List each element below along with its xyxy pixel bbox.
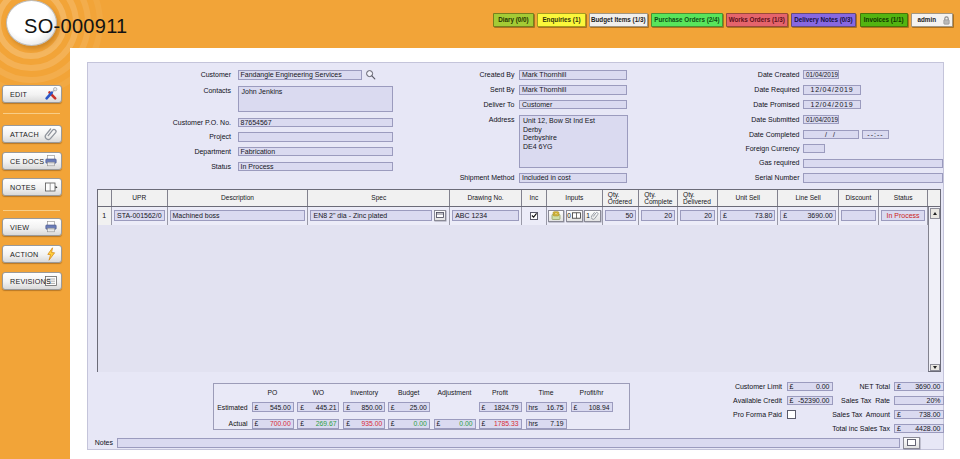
sent-by-field[interactable]: Mark Thornhill (519, 85, 627, 95)
notes-button-label: NOTES (10, 182, 36, 191)
serial-number-field[interactable] (803, 173, 943, 183)
currency-symbol: £ (255, 404, 259, 411)
created-by-field[interactable]: Mark Thornhill (519, 70, 627, 80)
book-icon (572, 212, 581, 219)
item-status-field[interactable]: In Process (881, 210, 925, 221)
nav-enquiries-button[interactable]: Enquiries (1) (537, 13, 586, 27)
total-inc-sales-tax-field[interactable]: £4428.00 (894, 424, 944, 434)
created-by-label: Created By (418, 70, 515, 80)
item-row[interactable]: 1 STA-001562/0 Machined boss EN8 2" dia … (98, 207, 929, 225)
ce-docs-button[interactable]: CE DOCS (2, 152, 62, 170)
notes-expand-button[interactable] (903, 437, 920, 449)
inputs-book-button[interactable]: 0 (566, 210, 583, 223)
edit-button[interactable]: EDIT (2, 85, 62, 103)
item-upr-field[interactable]: STA-001562/0 (114, 210, 165, 221)
time-unit-label: hrs (529, 404, 538, 411)
spec-detail-button[interactable] (434, 210, 446, 221)
view-button[interactable]: VIEW (2, 218, 62, 236)
actual-inventory-field: £935.00 (343, 419, 385, 429)
estimated-budget-value: 25.00 (410, 404, 427, 411)
attach-button[interactable]: ATTACH (2, 125, 62, 143)
date-required-field[interactable]: 12/04/2019 (803, 85, 861, 95)
nav-purchase-orders-button[interactable]: Purchase Orders (2/4) (651, 13, 723, 27)
serial-number-label: Serial Number (688, 173, 800, 183)
currency-symbol: £ (482, 404, 486, 411)
net-total-field[interactable]: £3690.00 (894, 382, 944, 392)
scroll-down-button[interactable] (930, 364, 940, 371)
col-qty-complete-line1: Qty. (644, 191, 656, 198)
notes-field[interactable] (117, 438, 900, 448)
item-drawing-value: ABC 1234 (455, 212, 487, 219)
shipment-method-field[interactable]: Included in cost (519, 173, 627, 183)
inputs-attachments-button[interactable]: 1 (584, 210, 601, 223)
items-vertical-scrollbar[interactable] (928, 207, 940, 371)
customer-po-field[interactable]: 87654567 (238, 118, 393, 128)
item-drawing-field[interactable]: ABC 1234 (452, 210, 519, 221)
address-field[interactable]: Unit 12, Bow St Ind Est Derby Derbyshire… (519, 115, 628, 169)
department-field[interactable]: Fabrication (238, 147, 393, 156)
item-unit-sell-value: 73.80 (755, 212, 773, 219)
col-upr: UPR (112, 190, 168, 206)
deliver-to-field[interactable]: Customer (519, 100, 627, 110)
customer-field[interactable]: Fandangle Engineering Services (238, 70, 362, 80)
currency-symbol: £ (391, 420, 395, 427)
currency-symbol: £ (255, 420, 259, 427)
item-qty-ordered-field[interactable]: 50 (605, 210, 636, 221)
date-promised-value: 12/04/2019 (810, 101, 853, 108)
sales-tax-amount-field[interactable]: £738.00 (894, 410, 944, 420)
customer-value: Fandangle Engineering Services (241, 71, 342, 78)
col-qty-delivered-text: Qty.Delivered (683, 191, 711, 206)
inputs-clip-count: 1 (586, 212, 590, 219)
project-field[interactable] (238, 132, 393, 142)
admin-user-button[interactable]: admin (911, 13, 953, 27)
date-completed-field[interactable]: / / (803, 130, 859, 139)
nav-diary-button[interactable]: Diary (0/0) (493, 13, 534, 27)
notebook-icon (44, 180, 58, 194)
item-discount-field[interactable] (841, 210, 876, 221)
item-qty-complete-field[interactable]: 20 (641, 210, 675, 221)
triangle-up-icon (933, 212, 937, 215)
sales-tax-amount-label: Sales Tax Amount (776, 410, 890, 420)
item-qty-ordered-value: 50 (625, 212, 633, 219)
item-unit-sell-field[interactable]: £ 73.80 (720, 210, 775, 221)
time-completed-field[interactable]: --:-- (862, 130, 889, 139)
scroll-up-button[interactable] (930, 208, 940, 219)
items-table-empty-area (98, 225, 929, 372)
date-completed-label: Date Completed (688, 130, 800, 139)
action-button[interactable]: ACTION (2, 245, 62, 263)
paperclip-small-icon (591, 211, 599, 220)
status-value: In Process (241, 163, 274, 170)
status-field[interactable]: In Process (238, 162, 393, 171)
gas-required-field[interactable] (803, 159, 943, 168)
total-inc-sales-tax-label: Total inc Sales Tax (776, 424, 890, 434)
nav-delivery-notes-button[interactable]: Delivery Notes (0/3) (791, 13, 856, 27)
search-icon[interactable] (365, 69, 376, 80)
inputs-materials-button[interactable] (548, 210, 565, 223)
item-line-sell-field[interactable]: £ 3690.00 (780, 210, 835, 221)
item-inputs-cell: 0 1 (547, 207, 603, 225)
items-table-header: UPR Description Spec Drawing No. Inc Inp… (98, 190, 941, 207)
nav-works-orders-button[interactable]: Works Orders (1/3) (726, 13, 788, 27)
col-spec: Spec (308, 190, 450, 206)
nav-budget-items-button[interactable]: Budget Items (1/3) (589, 13, 648, 27)
item-qty-delivered-value: 20 (704, 212, 712, 219)
shipment-method-label: Shipment Method (418, 173, 515, 183)
date-created-field[interactable]: 01/04/2019 (803, 70, 839, 80)
foreign-currency-field[interactable] (803, 144, 825, 153)
sent-by-label: Sent By (418, 85, 515, 95)
date-promised-field[interactable]: 12/04/2019 (803, 100, 861, 110)
date-submitted-field[interactable]: 01/04/2019 (803, 115, 839, 124)
estimated-time-value: 16.75 (546, 404, 563, 411)
nav-invoices-button[interactable]: Invoices (1/1) (860, 13, 908, 27)
item-spec-field[interactable]: EN8 2" dia - Zinc plated (310, 210, 432, 221)
sales-tax-rate-field[interactable]: 20% (894, 396, 944, 406)
item-qty-delivered-field[interactable]: 20 (680, 210, 715, 221)
notes-button[interactable]: NOTES (2, 178, 62, 196)
item-description-field[interactable]: Machined boss (170, 210, 306, 221)
tools-icon (44, 87, 58, 101)
sales-order-window: SO-000911 Diary (0/0) Enquiries (1) Budg… (0, 0, 960, 459)
pro-forma-paid-label: Pro Forma Paid (668, 410, 782, 420)
revisions-button[interactable]: REVISIONS (2, 272, 62, 290)
contacts-field[interactable]: John Jenkins (238, 86, 393, 112)
inc-checkbox[interactable] (530, 212, 539, 221)
